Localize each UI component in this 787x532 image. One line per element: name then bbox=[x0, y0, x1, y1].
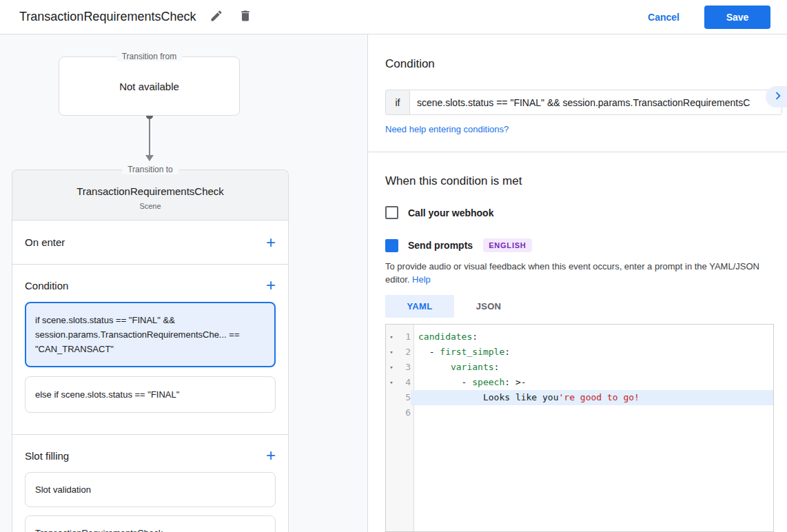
webhook-row: Call your webhook bbox=[385, 206, 774, 219]
editor-help-link[interactable]: Help bbox=[412, 274, 431, 285]
send-prompts-row: Send prompts ENGLISH bbox=[385, 238, 774, 252]
pencil-icon bbox=[209, 9, 223, 25]
slot-filling-section-header: Slot filling + bbox=[12, 435, 288, 472]
transition-from-legend: Transition from bbox=[116, 52, 183, 61]
collapse-panel-button[interactable] bbox=[766, 86, 787, 108]
editor-tabs: YAMLJSON bbox=[385, 295, 774, 318]
scene-type-label: Scene bbox=[19, 202, 281, 210]
top-bar: TransactionRequirementsCheck Cancel Save bbox=[0, 0, 787, 34]
trash-icon bbox=[238, 9, 252, 25]
line-number: 4 bbox=[397, 375, 411, 390]
arrow-head-icon bbox=[145, 155, 154, 161]
condition-section-header: Condition + bbox=[12, 265, 288, 302]
if-prefix-label: if bbox=[385, 90, 409, 115]
editor-description: To provide audio or visual feedback when… bbox=[385, 260, 774, 286]
scene-card: Transition to TransactionRequirementsChe… bbox=[12, 170, 289, 532]
call-webhook-label: Call your webhook bbox=[408, 207, 493, 218]
arrow-line bbox=[149, 119, 150, 155]
condition-items: if scene.slots.status == "FINAL" && sess… bbox=[12, 302, 288, 434]
editor-description-text: To provide audio or visual feedback when… bbox=[385, 261, 759, 285]
condition-panel-title: Condition bbox=[385, 57, 774, 71]
call-webhook-checkbox[interactable] bbox=[385, 206, 398, 219]
save-button[interactable]: Save bbox=[704, 6, 770, 29]
language-badge: ENGLISH bbox=[483, 238, 532, 252]
fold-spacer bbox=[386, 405, 397, 420]
slot-filling-label: Slot filling bbox=[25, 450, 69, 462]
fold-arrow-icon[interactable]: ▾ bbox=[386, 375, 397, 390]
condition-item[interactable]: else if scene.slots.status == "FINAL" bbox=[25, 376, 276, 413]
delete-scene-button[interactable] bbox=[237, 9, 254, 25]
page-title: TransactionRequirementsCheck bbox=[19, 10, 196, 24]
code-editor[interactable]: ▾1candidates:▾2 - first_simple:▾3 varian… bbox=[385, 324, 774, 532]
scene-flow-panel: Transition from Not available Transition… bbox=[0, 34, 368, 532]
condition-expression-row: if bbox=[385, 90, 782, 115]
line-number: 5 bbox=[397, 390, 411, 405]
code-text: Looks like you're good to go! bbox=[411, 390, 773, 405]
chevron-right-icon bbox=[770, 88, 786, 105]
on-enter-section[interactable]: On enter + bbox=[12, 221, 288, 264]
fold-arrow-icon[interactable]: ▾ bbox=[386, 329, 397, 345]
fold-arrow-icon[interactable]: ▾ bbox=[386, 345, 397, 360]
slot-filling-item[interactable]: Slot validation bbox=[25, 472, 276, 507]
condition-expression-input[interactable] bbox=[409, 90, 782, 115]
line-number: 2 bbox=[397, 345, 411, 360]
transition-arrow bbox=[59, 116, 240, 161]
tab-yaml[interactable]: YAML bbox=[385, 295, 454, 318]
send-prompts-label: Send prompts bbox=[408, 240, 473, 251]
code-line[interactable]: 5 Looks like you're good to go! bbox=[386, 390, 773, 405]
transition-from-box: Transition from Not available bbox=[59, 57, 240, 116]
transition-from-value: Not available bbox=[119, 81, 179, 92]
scene-name: TransactionRequirementsCheck bbox=[19, 185, 281, 197]
fold-spacer bbox=[386, 390, 397, 405]
line-number: 1 bbox=[397, 329, 411, 345]
on-enter-label: On enter bbox=[25, 236, 65, 248]
code-line[interactable]: ▾3 variants: bbox=[386, 360, 773, 375]
code-text bbox=[411, 405, 773, 420]
slot-filling-item[interactable]: TransactionRequirementsCheck bbox=[25, 515, 276, 532]
code-text: - speech: >- bbox=[411, 375, 773, 390]
code-line[interactable]: ▾4 - speech: >- bbox=[386, 375, 773, 390]
slot-filling-items: Slot validationTransactionRequirementsCh… bbox=[12, 472, 288, 532]
code-line[interactable]: ▾2 - first_simple: bbox=[386, 345, 773, 360]
edit-title-button[interactable] bbox=[208, 9, 225, 25]
panel-divider bbox=[368, 152, 787, 152]
send-prompts-checkbox[interactable] bbox=[385, 239, 398, 252]
add-condition-button[interactable]: + bbox=[266, 278, 276, 292]
condition-item[interactable]: if scene.slots.status == "FINAL" && sess… bbox=[25, 302, 276, 367]
add-on-enter-button[interactable]: + bbox=[266, 236, 276, 249]
code-lines: ▾1candidates:▾2 - first_simple:▾3 varian… bbox=[386, 325, 773, 420]
transition-to-legend: Transition to bbox=[122, 165, 178, 174]
line-number: 3 bbox=[397, 360, 411, 375]
conditions-help-link[interactable]: Need help entering conditions? bbox=[385, 124, 509, 134]
tab-json[interactable]: JSON bbox=[454, 295, 523, 318]
condition-detail-panel: Condition if Need help entering conditio… bbox=[368, 34, 787, 532]
scene-card-header[interactable]: TransactionRequirementsCheck Scene bbox=[12, 170, 288, 221]
code-line[interactable]: 6 bbox=[386, 405, 773, 420]
line-number: 6 bbox=[397, 405, 411, 420]
cancel-button[interactable]: Cancel bbox=[648, 12, 679, 23]
fold-arrow-icon[interactable]: ▾ bbox=[386, 360, 397, 375]
when-met-title: When this condition is met bbox=[385, 174, 774, 188]
code-text: variants: bbox=[411, 360, 773, 375]
add-slot-button[interactable]: + bbox=[266, 449, 276, 462]
code-line[interactable]: ▾1candidates: bbox=[386, 329, 773, 345]
condition-section-label: Condition bbox=[25, 280, 68, 291]
code-text: - first_simple: bbox=[411, 345, 773, 360]
code-text: candidates: bbox=[411, 329, 773, 345]
